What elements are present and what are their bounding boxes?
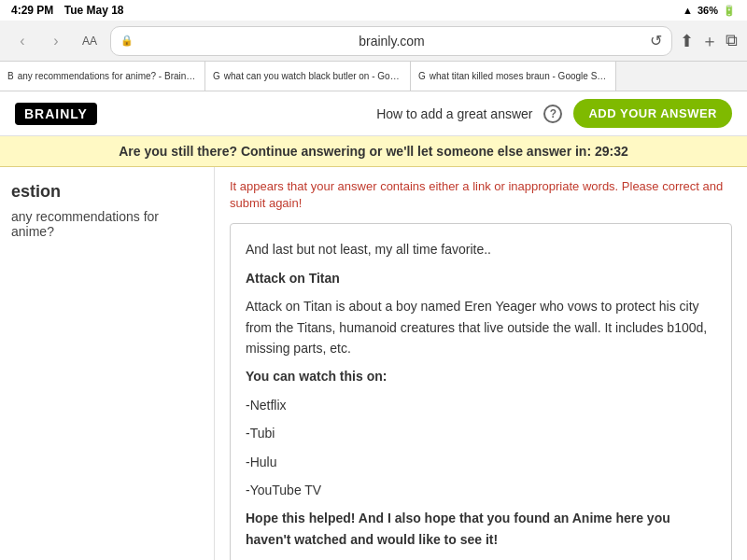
- tabs-bar: B any recommendations for anime? - Brain…: [0, 62, 747, 91]
- question-label: estion: [11, 182, 203, 202]
- how-to-text: How to add a great answer: [376, 106, 532, 121]
- tab-favicon-brainly: B: [7, 71, 14, 81]
- tab-google-1[interactable]: G what can you watch black butler on - G…: [205, 62, 411, 91]
- timer-text-before: Are you still there? Continue answering …: [119, 144, 591, 159]
- editor-line-9: Hope this helped! And I also hope that y…: [246, 508, 716, 550]
- lock-icon: 🔒: [120, 35, 134, 47]
- timer-countdown: 29:32: [595, 144, 628, 159]
- battery-icon: 🔋: [723, 5, 736, 17]
- battery-level: 36%: [698, 5, 718, 16]
- add-answer-button[interactable]: ADD YOUR ANSWER: [573, 99, 732, 128]
- editor-line-4: You can watch this on:: [246, 366, 716, 386]
- editor-line-8: -YouTube TV: [246, 480, 716, 500]
- browser-actions: ⬆ ＋ ⧉: [680, 30, 738, 52]
- timer-banner: Are you still there? Continue answering …: [0, 136, 747, 167]
- editor-line-3: Attack on Titan is about a boy named Ere…: [246, 296, 716, 358]
- browser-chrome: ‹ › AA 🔒 brainly.com ↺ ⬆ ＋ ⧉: [0, 21, 747, 62]
- reload-button[interactable]: ↺: [650, 32, 662, 49]
- date: Tue May 18: [64, 4, 124, 17]
- share-button[interactable]: ⬆: [680, 31, 694, 51]
- header-right: How to add a great answer ? ADD YOUR ANS…: [376, 99, 732, 128]
- tab-label-google1: what can you watch black butler on - Goo…: [224, 71, 402, 81]
- main-content: estion any recommendations for anime? It…: [0, 167, 747, 560]
- editor-content[interactable]: And last but not least, my all time favo…: [231, 224, 731, 560]
- url-text: brainly.com: [139, 34, 644, 49]
- reader-mode-button[interactable]: AA: [77, 33, 103, 49]
- error-message: It appears that your answer contains eit…: [230, 178, 732, 212]
- app-header: BRAINLY How to add a great answer ? ADD …: [0, 91, 747, 136]
- forward-button[interactable]: ›: [43, 28, 69, 54]
- tab-label-google2: what titan killed moses braun - Google S…: [430, 71, 608, 81]
- url-bar[interactable]: 🔒 brainly.com ↺: [110, 26, 672, 56]
- editor-line-7: -Hulu: [246, 452, 716, 472]
- editor-line-6: -Tubi: [246, 423, 716, 443]
- help-icon[interactable]: ?: [543, 105, 562, 123]
- tab-favicon-google2: G: [418, 71, 426, 81]
- sidebar: estion any recommendations for anime?: [0, 167, 215, 560]
- status-bar-right: ▲ 36% 🔋: [683, 5, 736, 17]
- answer-area: It appears that your answer contains eit…: [215, 167, 747, 560]
- editor-line-2: Attack on Titan: [246, 268, 716, 288]
- status-bar-left: 4:29 PM Tue May 18: [11, 4, 124, 17]
- new-tab-button[interactable]: ＋: [701, 30, 718, 52]
- back-button[interactable]: ‹: [9, 28, 35, 54]
- tabs-button[interactable]: ⧉: [726, 31, 738, 50]
- brainly-logo: BRAINLY: [15, 103, 97, 125]
- editor-line-1: And last but not least, my all time favo…: [246, 239, 716, 259]
- tab-brainly[interactable]: B any recommendations for anime? - Brain…: [0, 62, 205, 91]
- editor-line-5: -Netflix: [246, 395, 716, 415]
- editor-box[interactable]: And last but not least, my all time favo…: [230, 223, 732, 560]
- status-bar: 4:29 PM Tue May 18 ▲ 36% 🔋: [0, 0, 747, 21]
- wifi-icon: ▲: [683, 5, 693, 16]
- question-text: any recommendations for anime?: [11, 209, 203, 239]
- tab-favicon-google1: G: [213, 71, 220, 81]
- tab-google-2[interactable]: G what titan killed moses braun - Google…: [411, 62, 616, 91]
- tab-label-brainly: any recommendations for anime? - Brainly…: [18, 71, 197, 81]
- time: 4:29 PM: [11, 4, 53, 17]
